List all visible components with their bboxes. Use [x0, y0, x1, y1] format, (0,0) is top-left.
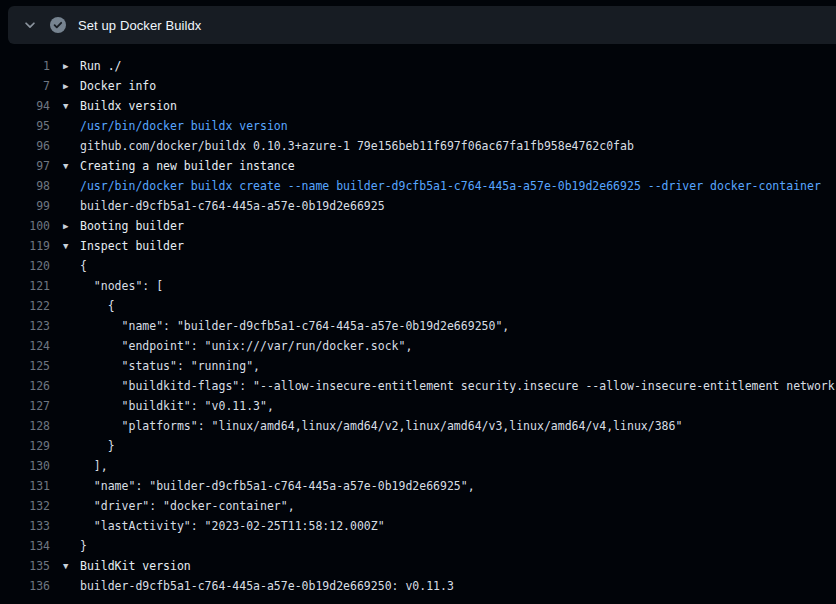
caret-spacer [50, 176, 80, 196]
caret-spacer [50, 436, 80, 456]
line-number[interactable]: 131 [0, 476, 50, 496]
log-group-row[interactable]: 94▼Buildx version [0, 96, 836, 116]
output-text: "lastActivity": "2023-02-25T11:58:12.000… [80, 516, 385, 536]
log-line: 132 "driver": "docker-container", [0, 496, 836, 516]
caret-down-icon[interactable]: ▼ [50, 156, 80, 176]
line-number[interactable]: 98 [0, 176, 50, 196]
line-number[interactable]: 94 [0, 96, 50, 116]
caret-spacer [50, 196, 80, 216]
log-group-row[interactable]: 100▶Booting builder [0, 216, 836, 236]
caret-right-icon[interactable]: ▶ [50, 216, 80, 236]
output-text: "name": "builder-d9cfb5a1-c764-445a-a57e… [80, 476, 475, 496]
line-number[interactable]: 7 [0, 76, 50, 96]
caret-spacer [50, 416, 80, 436]
caret-spacer [50, 496, 80, 516]
step-title: Set up Docker Buildx [78, 18, 201, 33]
line-number[interactable]: 119 [0, 236, 50, 256]
line-number[interactable]: 132 [0, 496, 50, 516]
command-text: /usr/bin/docker buildx version [80, 116, 288, 136]
actions-log-viewer: Set up Docker Buildx 1▶Run ./7▶Docker in… [0, 0, 836, 604]
log-line: 122 { [0, 296, 836, 316]
log-line: 131 "name": "builder-d9cfb5a1-c764-445a-… [0, 476, 836, 496]
log-line: 128 "platforms": "linux/amd64,linux/amd6… [0, 416, 836, 436]
log-line: 125 "status": "running", [0, 356, 836, 376]
line-number[interactable]: 96 [0, 136, 50, 156]
caret-down-icon[interactable]: ▼ [50, 556, 80, 576]
caret-right-icon[interactable]: ▶ [50, 56, 80, 76]
caret-spacer [50, 256, 80, 276]
output-text: } [80, 436, 115, 456]
line-number[interactable]: 100 [0, 216, 50, 236]
output-text: "endpoint": "unix:///var/run/docker.sock… [80, 336, 412, 356]
group-title: Docker info [80, 76, 156, 96]
log-line: 120{ [0, 256, 836, 276]
line-number[interactable]: 122 [0, 296, 50, 316]
line-number[interactable]: 1 [0, 56, 50, 76]
line-number[interactable]: 129 [0, 436, 50, 456]
log-line: 127 "buildkit": "v0.11.3", [0, 396, 836, 416]
group-title: Buildx version [80, 96, 177, 116]
line-number[interactable]: 133 [0, 516, 50, 536]
step-header[interactable]: Set up Docker Buildx [8, 6, 836, 44]
log-group-row[interactable]: 1▶Run ./ [0, 56, 836, 76]
caret-spacer [50, 336, 80, 356]
log-line: 136builder-d9cfb5a1-c764-445a-a57e-0b19d… [0, 576, 836, 596]
line-number[interactable]: 134 [0, 536, 50, 556]
caret-spacer [50, 576, 80, 596]
log-line: 124 "endpoint": "unix:///var/run/docker.… [0, 336, 836, 356]
log-group-row[interactable]: 7▶Docker info [0, 76, 836, 96]
output-text: github.com/docker/buildx 0.10.3+azure-1 … [80, 136, 634, 156]
chevron-down-icon[interactable] [22, 17, 38, 33]
log-group-row[interactable]: 97▼Creating a new builder instance [0, 156, 836, 176]
log-line: 134} [0, 536, 836, 556]
line-number[interactable]: 95 [0, 116, 50, 136]
output-text: { [80, 296, 115, 316]
line-number[interactable]: 120 [0, 256, 50, 276]
group-title: Booting builder [80, 216, 184, 236]
caret-spacer [50, 276, 80, 296]
caret-spacer [50, 316, 80, 336]
caret-spacer [50, 516, 80, 536]
output-text: "platforms": "linux/amd64,linux/amd64/v2… [80, 416, 682, 436]
line-number[interactable]: 128 [0, 416, 50, 436]
log-line: 121 "nodes": [ [0, 276, 836, 296]
output-text: "status": "running", [80, 356, 260, 376]
caret-spacer [50, 376, 80, 396]
check-circle-icon [50, 17, 66, 33]
caret-down-icon[interactable]: ▼ [50, 96, 80, 116]
group-title: BuildKit version [80, 556, 191, 576]
log-lines-container: 1▶Run ./7▶Docker info94▼Buildx version95… [0, 44, 836, 596]
line-number[interactable]: 125 [0, 356, 50, 376]
caret-spacer [50, 296, 80, 316]
line-number[interactable]: 124 [0, 336, 50, 356]
output-text: { [80, 256, 87, 276]
log-line: 95/usr/bin/docker buildx version [0, 116, 836, 136]
output-text: "name": "builder-d9cfb5a1-c764-445a-a57e… [80, 316, 509, 336]
line-number[interactable]: 126 [0, 376, 50, 396]
line-number[interactable]: 97 [0, 156, 50, 176]
line-number[interactable]: 136 [0, 576, 50, 596]
caret-spacer [50, 396, 80, 416]
log-line: 133 "lastActivity": "2023-02-25T11:58:12… [0, 516, 836, 536]
line-number[interactable]: 99 [0, 196, 50, 216]
line-number[interactable]: 127 [0, 396, 50, 416]
group-title: Run ./ [80, 56, 122, 76]
line-number[interactable]: 123 [0, 316, 50, 336]
caret-spacer [50, 356, 80, 376]
log-line: 126 "buildkitd-flags": "--allow-insecure… [0, 376, 836, 396]
log-line: 96github.com/docker/buildx 0.10.3+azure-… [0, 136, 836, 156]
line-number[interactable]: 121 [0, 276, 50, 296]
caret-down-icon[interactable]: ▼ [50, 236, 80, 256]
log-group-row[interactable]: 119▼Inspect builder [0, 236, 836, 256]
log-line: 129 } [0, 436, 836, 456]
log-line: 130 ], [0, 456, 836, 476]
line-number[interactable]: 135 [0, 556, 50, 576]
line-number[interactable]: 130 [0, 456, 50, 476]
output-text: "nodes": [ [80, 276, 163, 296]
caret-spacer [50, 476, 80, 496]
output-text: ], [80, 456, 108, 476]
caret-right-icon[interactable]: ▶ [50, 76, 80, 96]
caret-spacer [50, 456, 80, 476]
group-title: Creating a new builder instance [80, 156, 295, 176]
log-group-row[interactable]: 135▼BuildKit version [0, 556, 836, 576]
